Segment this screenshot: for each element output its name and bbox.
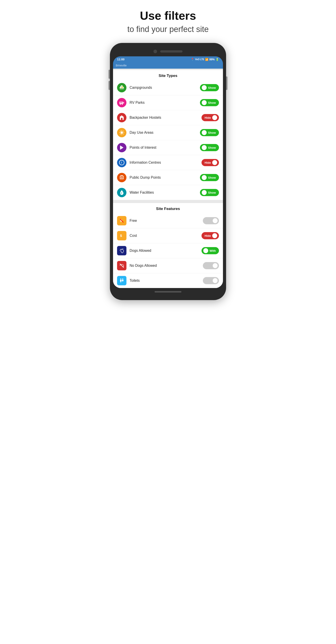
hostels-toggle[interactable]: Hide bbox=[202, 114, 219, 121]
filter-row-toilets: Toilets bbox=[113, 273, 223, 288]
poi-toggle-label: Show bbox=[208, 146, 216, 149]
svg-point-30 bbox=[122, 278, 123, 279]
campgrounds-toggle[interactable]: Show bbox=[200, 84, 219, 91]
toggle-circle bbox=[202, 145, 207, 150]
svg-text:i: i bbox=[121, 161, 122, 164]
svg-rect-2 bbox=[123, 102, 124, 103]
toilets-label: Toilets bbox=[130, 278, 203, 283]
water-toggle[interactable]: Show bbox=[200, 189, 219, 196]
toggle-circle bbox=[212, 115, 217, 120]
info-toggle-label: Hide bbox=[205, 161, 211, 164]
svg-rect-5 bbox=[120, 102, 121, 103]
site-features-heading: Site Features bbox=[113, 203, 223, 213]
svg-point-26 bbox=[121, 250, 121, 250]
toilets-toggle[interactable] bbox=[203, 277, 219, 284]
rv-parks-toggle[interactable]: Show bbox=[200, 99, 219, 106]
status-icons: 📍 VoO LTE 📶 99% 🔋 bbox=[191, 58, 219, 61]
phone-frame: 11:00 📍 VoO LTE 📶 99% 🔋 Brineville Site … bbox=[110, 43, 226, 300]
toggle-circle bbox=[202, 175, 207, 180]
toggle-circle bbox=[212, 160, 217, 165]
info-icon: i bbox=[117, 158, 126, 167]
map-strip: Brineville bbox=[113, 62, 223, 69]
toggle-circle bbox=[202, 85, 207, 90]
page-subtitle: to find your perfect site bbox=[127, 24, 209, 34]
dogs-icon bbox=[117, 246, 126, 255]
toggle-circle bbox=[213, 218, 218, 223]
filter-row-cost: $ Cost Hide bbox=[113, 228, 223, 243]
filter-row-water: Water Facilities Show bbox=[113, 185, 223, 200]
campgrounds-icon: 🌙 bbox=[117, 83, 126, 92]
toggle-circle bbox=[212, 233, 217, 238]
filter-row-rv-parks: RV Parks Show bbox=[113, 95, 223, 110]
filter-row-dogs: Dogs Allowed With bbox=[113, 243, 223, 258]
cost-toggle-label: Hide bbox=[205, 234, 211, 238]
toggle-circle bbox=[213, 263, 218, 268]
dump-toggle[interactable]: Show bbox=[200, 174, 219, 181]
no-dogs-label: No Dogs Allowed bbox=[130, 264, 203, 268]
svg-point-29 bbox=[120, 278, 121, 279]
wifi-icon: 📶 bbox=[205, 58, 208, 61]
section-divider bbox=[113, 200, 223, 202]
svg-text:🌙: 🌙 bbox=[120, 86, 123, 88]
campgrounds-label: Campgrounds bbox=[130, 86, 200, 90]
free-icon: $ bbox=[117, 216, 126, 226]
front-camera bbox=[153, 50, 157, 53]
day-use-label: Day Use Areas bbox=[130, 130, 200, 134]
svg-point-8 bbox=[121, 132, 123, 134]
no-dogs-toggle[interactable] bbox=[203, 262, 219, 269]
site-features-card: Site Features $ Free $ Cost bbox=[113, 203, 223, 288]
cost-label: Cost bbox=[130, 234, 202, 238]
dump-icon bbox=[117, 173, 126, 182]
dump-toggle-label: Show bbox=[208, 176, 216, 179]
rv-parks-toggle-label: Show bbox=[208, 101, 216, 104]
hostels-icon bbox=[117, 113, 126, 122]
campgrounds-toggle-label: Show bbox=[208, 86, 216, 90]
water-label: Water Facilities bbox=[130, 190, 200, 194]
phone-screen: 11:00 📍 VoO LTE 📶 99% 🔋 Brineville Site … bbox=[113, 56, 223, 288]
dump-label: Public Dump Points bbox=[130, 176, 200, 180]
poi-toggle[interactable]: Show bbox=[200, 144, 219, 151]
dogs-toggle[interactable]: With bbox=[202, 247, 219, 254]
battery-icon: 🔋 bbox=[216, 58, 219, 61]
info-label: Information Centres bbox=[130, 160, 202, 164]
svg-point-4 bbox=[122, 104, 123, 105]
page-title: Use filters bbox=[140, 9, 196, 22]
svg-line-14 bbox=[123, 134, 123, 134]
filter-row-no-dogs: No Dogs Allowed bbox=[113, 258, 223, 273]
day-use-toggle[interactable]: Show bbox=[200, 129, 219, 136]
phone-top-bar bbox=[113, 48, 223, 56]
day-use-toggle-label: Show bbox=[208, 131, 216, 134]
rv-parks-icon bbox=[117, 98, 126, 107]
power-button bbox=[226, 76, 227, 90]
scroll-content[interactable]: Site Types 🌙 Campgrounds Show bbox=[113, 69, 223, 288]
free-toggle[interactable] bbox=[203, 217, 219, 224]
info-toggle[interactable]: Hide bbox=[202, 159, 219, 166]
filter-row-info: i Information Centres Hide bbox=[113, 155, 223, 170]
dogs-toggle-label: With bbox=[210, 249, 216, 252]
site-types-heading: Site Types bbox=[113, 70, 223, 80]
speaker bbox=[160, 50, 183, 52]
status-time: 11:00 bbox=[117, 58, 124, 61]
free-label: Free bbox=[130, 219, 203, 223]
cost-icon: $ bbox=[117, 231, 126, 240]
hostels-label: Backpacker Hostels bbox=[130, 116, 202, 120]
poi-icon bbox=[117, 143, 126, 152]
toilets-icon bbox=[117, 276, 126, 285]
toggle-circle bbox=[203, 248, 208, 253]
toggle-circle bbox=[202, 190, 207, 195]
no-dogs-icon bbox=[117, 261, 126, 270]
site-types-card: Site Types 🌙 Campgrounds Show bbox=[113, 70, 223, 200]
filter-row-poi: Points of Interest Show bbox=[113, 140, 223, 155]
toggle-circle bbox=[213, 278, 218, 283]
status-bar: 11:00 📍 VoO LTE 📶 99% 🔋 bbox=[113, 56, 223, 62]
battery-text: 99% bbox=[209, 58, 215, 61]
filter-row-free: $ Free bbox=[113, 213, 223, 228]
filter-row-campgrounds: 🌙 Campgrounds Show bbox=[113, 80, 223, 95]
svg-line-16 bbox=[123, 131, 123, 131]
hostels-toggle-label: Hide bbox=[205, 116, 211, 120]
day-use-icon bbox=[117, 128, 126, 137]
filter-row-hostels: Backpacker Hostels Hide bbox=[113, 110, 223, 125]
cost-toggle[interactable]: Hide bbox=[202, 232, 219, 239]
toggle-circle bbox=[202, 100, 207, 105]
svg-rect-6 bbox=[121, 102, 122, 103]
